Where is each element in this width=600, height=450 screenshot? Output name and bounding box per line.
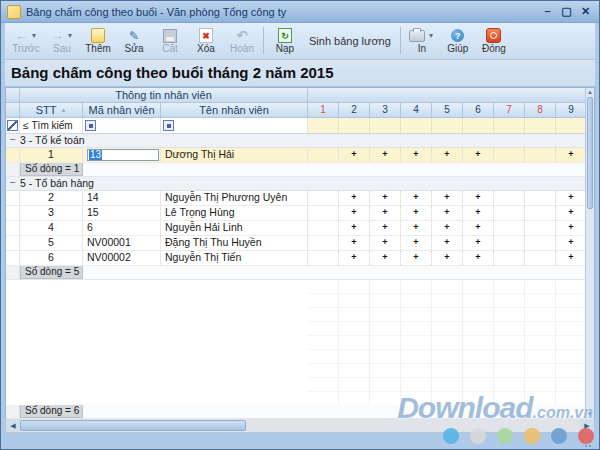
day-column-header-5[interactable]: 5 — [432, 103, 463, 118]
column-header-code[interactable]: Mã nhân viên — [83, 103, 161, 118]
day-cell-4[interactable]: + — [401, 221, 432, 235]
employee-name-cell[interactable]: Dương Thị Hải — [161, 148, 308, 162]
day-cell-3[interactable]: + — [370, 148, 401, 162]
day-column-header-2[interactable]: 2 — [339, 103, 370, 118]
day-cell-6[interactable]: + — [463, 236, 494, 250]
day-cell-5[interactable]: + — [432, 148, 463, 162]
day-cell-3[interactable]: + — [370, 236, 401, 250]
day-cell-8[interactable] — [525, 206, 556, 220]
toolbar-button-sua[interactable]: ✎Sửa — [116, 25, 152, 56]
scroll-right-arrow[interactable]: ▶ — [580, 419, 594, 432]
day-cell-3[interactable]: + — [370, 206, 401, 220]
day-cell-9[interactable]: + — [556, 206, 587, 220]
filter-cell-code[interactable] — [83, 118, 161, 133]
employee-name-cell[interactable]: Đặng Thị Thu Huyền — [161, 236, 308, 250]
day-cell-7[interactable] — [494, 251, 525, 265]
resize-grip[interactable] — [584, 438, 593, 447]
day-cell-4[interactable]: + — [401, 191, 432, 205]
day-cell-9[interactable]: + — [556, 236, 587, 250]
day-cell-7[interactable] — [494, 221, 525, 235]
day-column-header-6[interactable]: 6 — [463, 103, 494, 118]
day-cell-4[interactable]: + — [401, 206, 432, 220]
day-cell-4[interactable]: + — [401, 236, 432, 250]
day-cell-1[interactable] — [308, 148, 339, 162]
vertical-scrollbar[interactable]: ▲ ▼ — [585, 88, 594, 419]
day-cell-9[interactable]: + — [556, 148, 587, 162]
day-cell-2[interactable]: + — [339, 148, 370, 162]
filter-condition-icon[interactable] — [163, 120, 174, 131]
filter-day-cell[interactable] — [308, 118, 339, 133]
horizontal-scroll-thumb[interactable] — [20, 420, 246, 431]
employee-row[interactable]: 214Nguyễn Thị Phương Uyên++++++ — [6, 191, 594, 206]
toolbar-button-in[interactable]: ▼In — [404, 25, 440, 56]
employee-code-cell[interactable]: NV00001 — [83, 236, 161, 250]
day-cell-5[interactable]: + — [432, 221, 463, 235]
dropdown-caret-icon[interactable]: ▼ — [31, 32, 38, 39]
day-cell-1[interactable] — [308, 221, 339, 235]
day-cell-4[interactable]: + — [401, 251, 432, 265]
day-cell-9[interactable]: + — [556, 251, 587, 265]
horizontal-scrollbar[interactable]: ◀ ▶ — [5, 419, 595, 433]
day-cell-7[interactable] — [494, 148, 525, 162]
employee-row[interactable]: 315Lê Trọng Hùng++++++ — [6, 206, 594, 221]
day-cell-6[interactable]: + — [463, 191, 494, 205]
employee-row[interactable]: 5NV00001Đặng Thị Thu Huyền++++++ — [6, 236, 594, 251]
day-cell-1[interactable] — [308, 251, 339, 265]
day-cell-8[interactable] — [525, 236, 556, 250]
dropdown-caret-icon[interactable]: ▼ — [67, 32, 74, 39]
employee-code-cell[interactable]: 15 — [83, 206, 161, 220]
day-column-header-8[interactable]: 8 — [525, 103, 556, 118]
vertical-scroll-thumb[interactable] — [587, 97, 593, 209]
toolbar-button-them[interactable]: Thêm — [80, 25, 116, 56]
toolbar-button-xoa[interactable]: ✖Xóa — [188, 25, 224, 56]
close-button[interactable]: ✕ — [578, 4, 593, 19]
employee-name-cell[interactable]: Nguyễn Hải Linh — [161, 221, 308, 235]
day-cell-6[interactable]: + — [463, 251, 494, 265]
day-column-header-9[interactable]: 9 — [556, 103, 587, 118]
day-cell-5[interactable]: + — [432, 206, 463, 220]
employee-name-cell[interactable]: Nguyễn Thị Tiến — [161, 251, 308, 265]
day-cell-3[interactable]: + — [370, 191, 401, 205]
column-header-name[interactable]: Tên nhân viên — [161, 103, 308, 118]
toolbar-button-sinh-bang-luong[interactable]: Sinh bảng lương — [303, 26, 397, 56]
filter-day-cell[interactable] — [432, 118, 463, 133]
day-cell-6[interactable]: + — [463, 206, 494, 220]
scroll-left-arrow[interactable]: ◀ — [6, 419, 20, 432]
day-cell-4[interactable]: + — [401, 148, 432, 162]
collapse-icon[interactable]: − — [6, 177, 20, 190]
filter-day-cell[interactable] — [556, 118, 587, 133]
day-cell-8[interactable] — [525, 221, 556, 235]
day-cell-7[interactable] — [494, 191, 525, 205]
day-cell-2[interactable]: + — [339, 191, 370, 205]
filter-operator[interactable]: ≤ — [23, 120, 29, 131]
toolbar-button-hoan[interactable]: ↶Hoàn — [224, 25, 260, 56]
day-cell-6[interactable]: + — [463, 221, 494, 235]
filter-cell-name[interactable] — [161, 118, 308, 133]
employee-code-cell[interactable]: 6 — [83, 221, 161, 235]
day-cell-8[interactable] — [525, 191, 556, 205]
code-edit-input[interactable]: 13 — [87, 149, 159, 161]
employee-code-cell[interactable]: 14 — [83, 191, 161, 205]
day-cell-2[interactable]: + — [339, 221, 370, 235]
filter-day-cell[interactable] — [339, 118, 370, 133]
search-label[interactable]: Tìm kiếm — [32, 120, 73, 131]
day-cell-2[interactable]: + — [339, 251, 370, 265]
day-cell-7[interactable] — [494, 206, 525, 220]
filter-day-cell[interactable] — [370, 118, 401, 133]
day-cell-9[interactable]: + — [556, 191, 587, 205]
toolbar-button-cat[interactable]: Cắt — [152, 25, 188, 56]
group-row[interactable]: −3 - Tổ kế toán — [6, 134, 594, 148]
toolbar-button-giup[interactable]: ?Giúp — [440, 25, 476, 56]
employee-name-cell[interactable]: Nguyễn Thị Phương Uyên — [161, 191, 308, 205]
day-cell-8[interactable] — [525, 251, 556, 265]
minimize-button[interactable]: – — [540, 4, 555, 19]
day-cell-6[interactable]: + — [463, 148, 494, 162]
toolbar-button-dong[interactable]: Đóng — [476, 25, 512, 56]
day-cell-3[interactable]: + — [370, 221, 401, 235]
day-cell-7[interactable] — [494, 236, 525, 250]
day-cell-8[interactable] — [525, 148, 556, 162]
day-cell-2[interactable]: + — [339, 206, 370, 220]
day-cell-3[interactable]: + — [370, 251, 401, 265]
employee-code-cell[interactable]: NV00002 — [83, 251, 161, 265]
day-column-header-7[interactable]: 7 — [494, 103, 525, 118]
